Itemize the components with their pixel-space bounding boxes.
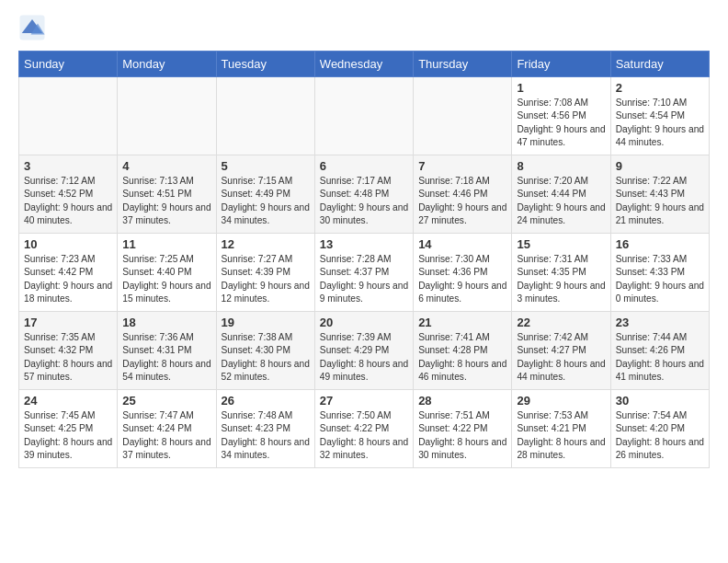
calendar-cell: 8Sunrise: 7:20 AM Sunset: 4:44 PM Daylig… [512,155,610,234]
day-number: 30 [616,394,704,408]
calendar-cell [216,77,314,155]
calendar-week-2: 10Sunrise: 7:23 AM Sunset: 4:42 PM Dayli… [19,234,710,312]
day-number: 25 [122,394,210,408]
day-info: Sunrise: 7:23 AM Sunset: 4:42 PM Dayligh… [24,253,112,305]
calendar-cell [118,77,216,155]
day-number: 24 [24,394,112,408]
weekday-header-friday: Friday [512,52,610,77]
calendar-week-4: 24Sunrise: 7:45 AM Sunset: 4:25 PM Dayli… [19,390,710,468]
calendar-cell: 6Sunrise: 7:17 AM Sunset: 4:48 PM Daylig… [314,155,413,234]
day-info: Sunrise: 7:44 AM Sunset: 4:26 PM Dayligh… [616,331,704,384]
calendar-table: SundayMondayTuesdayWednesdayThursdayFrid… [18,51,710,468]
calendar-cell: 18Sunrise: 7:36 AM Sunset: 4:31 PM Dayli… [118,312,216,390]
day-number: 26 [222,394,310,408]
calendar-cell: 13Sunrise: 7:28 AM Sunset: 4:37 PM Dayli… [314,234,413,312]
day-number: 13 [320,237,408,251]
calendar-week-1: 3Sunrise: 7:12 AM Sunset: 4:52 PM Daylig… [19,155,710,234]
day-number: 22 [517,316,605,329]
day-number: 18 [122,316,210,329]
day-info: Sunrise: 7:20 AM Sunset: 4:44 PM Dayligh… [517,175,605,227]
day-number: 27 [320,394,408,408]
calendar-header: SundayMondayTuesdayWednesdayThursdayFrid… [19,52,710,77]
logo-icon [18,14,46,41]
calendar-cell: 4Sunrise: 7:13 AM Sunset: 4:51 PM Daylig… [118,155,216,234]
day-info: Sunrise: 7:25 AM Sunset: 4:40 PM Dayligh… [122,253,210,305]
calendar-cell: 28Sunrise: 7:51 AM Sunset: 4:22 PM Dayli… [414,390,512,468]
calendar-cell: 30Sunrise: 7:54 AM Sunset: 4:20 PM Dayli… [610,390,709,468]
weekday-header-wednesday: Wednesday [314,52,413,77]
calendar-cell [414,77,512,155]
day-info: Sunrise: 7:39 AM Sunset: 4:29 PM Dayligh… [320,331,408,384]
day-number: 23 [616,316,704,329]
calendar-cell: 24Sunrise: 7:45 AM Sunset: 4:25 PM Dayli… [19,390,118,468]
calendar-cell: 29Sunrise: 7:53 AM Sunset: 4:21 PM Dayli… [512,390,610,468]
day-number: 21 [418,316,506,329]
day-info: Sunrise: 7:08 AM Sunset: 4:56 PM Dayligh… [517,97,605,149]
calendar-week-0: 1Sunrise: 7:08 AM Sunset: 4:56 PM Daylig… [19,77,710,155]
day-number: 8 [517,159,605,173]
calendar-cell: 14Sunrise: 7:30 AM Sunset: 4:36 PM Dayli… [414,234,512,312]
day-info: Sunrise: 7:41 AM Sunset: 4:28 PM Dayligh… [418,331,506,384]
day-info: Sunrise: 7:31 AM Sunset: 4:35 PM Dayligh… [517,253,605,305]
day-info: Sunrise: 7:42 AM Sunset: 4:27 PM Dayligh… [517,331,605,384]
calendar-cell: 15Sunrise: 7:31 AM Sunset: 4:35 PM Dayli… [512,234,610,312]
day-info: Sunrise: 7:35 AM Sunset: 4:32 PM Dayligh… [24,331,112,384]
day-info: Sunrise: 7:22 AM Sunset: 4:43 PM Dayligh… [616,175,704,227]
day-number: 3 [24,159,112,173]
weekday-header-saturday: Saturday [610,52,709,77]
day-info: Sunrise: 7:28 AM Sunset: 4:37 PM Dayligh… [320,253,408,305]
day-info: Sunrise: 7:54 AM Sunset: 4:20 PM Dayligh… [616,409,704,462]
weekday-header-thursday: Thursday [414,52,512,77]
calendar-cell: 20Sunrise: 7:39 AM Sunset: 4:29 PM Dayli… [314,312,413,390]
day-number: 6 [320,159,408,173]
day-number: 15 [517,237,605,251]
calendar-cell: 1Sunrise: 7:08 AM Sunset: 4:56 PM Daylig… [512,77,610,155]
day-info: Sunrise: 7:27 AM Sunset: 4:39 PM Dayligh… [222,253,310,305]
calendar-cell: 27Sunrise: 7:50 AM Sunset: 4:22 PM Dayli… [314,390,413,468]
day-number: 29 [517,394,605,408]
weekday-header-monday: Monday [118,52,216,77]
day-info: Sunrise: 7:17 AM Sunset: 4:48 PM Dayligh… [320,175,408,227]
day-number: 4 [122,159,210,173]
day-number: 9 [616,159,704,173]
calendar-cell: 2Sunrise: 7:10 AM Sunset: 4:54 PM Daylig… [610,77,709,155]
day-number: 2 [616,81,704,95]
day-number: 7 [418,159,506,173]
calendar-cell: 11Sunrise: 7:25 AM Sunset: 4:40 PM Dayli… [118,234,216,312]
calendar-cell: 7Sunrise: 7:18 AM Sunset: 4:46 PM Daylig… [414,155,512,234]
day-info: Sunrise: 7:33 AM Sunset: 4:33 PM Dayligh… [616,253,704,305]
day-number: 14 [418,237,506,251]
weekday-header-sunday: Sunday [19,52,118,77]
day-info: Sunrise: 7:13 AM Sunset: 4:51 PM Dayligh… [122,175,210,227]
day-info: Sunrise: 7:15 AM Sunset: 4:49 PM Dayligh… [222,175,310,227]
day-info: Sunrise: 7:36 AM Sunset: 4:31 PM Dayligh… [122,331,210,384]
calendar-cell: 17Sunrise: 7:35 AM Sunset: 4:32 PM Dayli… [19,312,118,390]
calendar-cell: 10Sunrise: 7:23 AM Sunset: 4:42 PM Dayli… [19,234,118,312]
day-info: Sunrise: 7:12 AM Sunset: 4:52 PM Dayligh… [24,175,112,227]
calendar-cell: 19Sunrise: 7:38 AM Sunset: 4:30 PM Dayli… [216,312,314,390]
day-number: 20 [320,316,408,329]
day-number: 12 [222,237,310,251]
calendar-cell: 22Sunrise: 7:42 AM Sunset: 4:27 PM Dayli… [512,312,610,390]
day-number: 10 [24,237,112,251]
day-info: Sunrise: 7:47 AM Sunset: 4:24 PM Dayligh… [122,409,210,462]
weekday-header-tuesday: Tuesday [216,52,314,77]
calendar-cell [314,77,413,155]
day-info: Sunrise: 7:18 AM Sunset: 4:46 PM Dayligh… [418,175,506,227]
day-number: 28 [418,394,506,408]
day-info: Sunrise: 7:45 AM Sunset: 4:25 PM Dayligh… [24,409,112,462]
calendar-cell: 9Sunrise: 7:22 AM Sunset: 4:43 PM Daylig… [610,155,709,234]
day-info: Sunrise: 7:50 AM Sunset: 4:22 PM Dayligh… [320,409,408,462]
day-number: 11 [122,237,210,251]
calendar-cell: 26Sunrise: 7:48 AM Sunset: 4:23 PM Dayli… [216,390,314,468]
day-info: Sunrise: 7:53 AM Sunset: 4:21 PM Dayligh… [517,409,605,462]
day-number: 5 [222,159,310,173]
calendar-cell: 16Sunrise: 7:33 AM Sunset: 4:33 PM Dayli… [610,234,709,312]
weekday-row: SundayMondayTuesdayWednesdayThursdayFrid… [19,52,710,77]
page-header [18,14,710,41]
calendar-body: 1Sunrise: 7:08 AM Sunset: 4:56 PM Daylig… [19,77,710,468]
calendar-cell: 5Sunrise: 7:15 AM Sunset: 4:49 PM Daylig… [216,155,314,234]
calendar-cell: 3Sunrise: 7:12 AM Sunset: 4:52 PM Daylig… [19,155,118,234]
day-info: Sunrise: 7:51 AM Sunset: 4:22 PM Dayligh… [418,409,506,462]
calendar-cell: 23Sunrise: 7:44 AM Sunset: 4:26 PM Dayli… [610,312,709,390]
